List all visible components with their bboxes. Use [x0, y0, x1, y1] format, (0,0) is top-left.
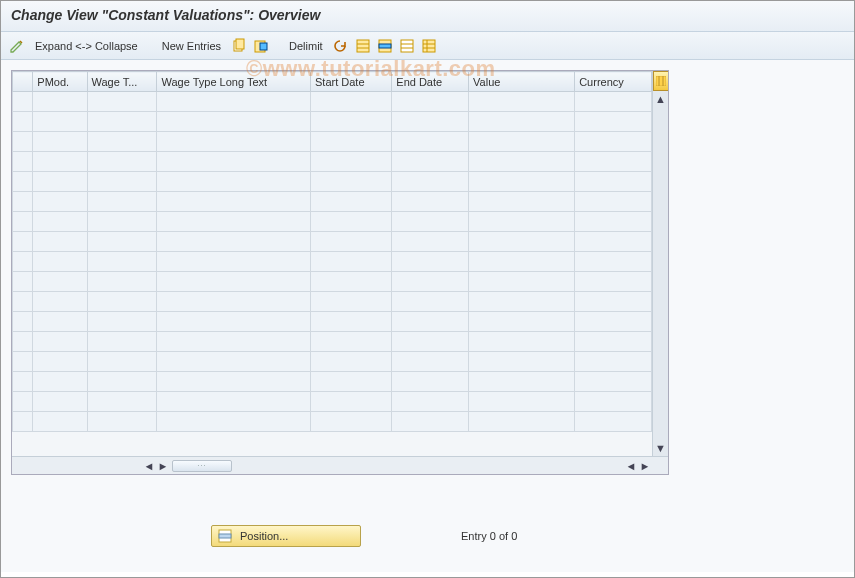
row-selector[interactable] — [13, 312, 33, 332]
cell[interactable] — [157, 112, 311, 132]
cell[interactable] — [33, 92, 87, 112]
vertical-scrollbar[interactable]: ▲ ▼ — [652, 71, 668, 456]
cell[interactable] — [87, 132, 157, 152]
table-row[interactable] — [13, 152, 652, 172]
row-selector[interactable] — [13, 332, 33, 352]
cell[interactable] — [392, 372, 469, 392]
cell[interactable] — [469, 212, 575, 232]
cell[interactable] — [469, 192, 575, 212]
cell[interactable] — [392, 172, 469, 192]
cell[interactable] — [33, 132, 87, 152]
cell[interactable] — [575, 392, 652, 412]
cell[interactable] — [33, 372, 87, 392]
cell[interactable] — [469, 372, 575, 392]
col-header-startdate[interactable]: Start Date — [311, 72, 392, 92]
col-header-currency[interactable]: Currency — [575, 72, 652, 92]
cell[interactable] — [33, 232, 87, 252]
cell[interactable] — [33, 312, 87, 332]
horizontal-scrollbar[interactable]: ◄ ► ··· ◄ ► — [12, 456, 668, 474]
cell[interactable] — [392, 252, 469, 272]
col-header-waget[interactable]: Wage T... — [87, 72, 157, 92]
cell[interactable] — [157, 272, 311, 292]
cell[interactable] — [392, 112, 469, 132]
select-all-icon[interactable] — [355, 38, 371, 54]
cell[interactable] — [311, 312, 392, 332]
cell[interactable] — [469, 132, 575, 152]
cell[interactable] — [87, 192, 157, 212]
cell[interactable] — [392, 192, 469, 212]
scroll-left-icon[interactable]: ◄ — [142, 459, 156, 473]
cell[interactable] — [33, 392, 87, 412]
cell[interactable] — [157, 212, 311, 232]
row-selector[interactable] — [13, 392, 33, 412]
scroll-thumb-horizontal[interactable]: ··· — [172, 460, 232, 472]
row-selector[interactable] — [13, 372, 33, 392]
undo-change-icon[interactable] — [333, 38, 349, 54]
scroll-right-icon[interactable]: ► — [156, 459, 170, 473]
cell[interactable] — [392, 212, 469, 232]
cell[interactable] — [33, 332, 87, 352]
cell[interactable] — [157, 352, 311, 372]
cell[interactable] — [469, 232, 575, 252]
cell[interactable] — [157, 392, 311, 412]
cell[interactable] — [575, 372, 652, 392]
cell[interactable] — [392, 272, 469, 292]
cell[interactable] — [575, 212, 652, 232]
table-row[interactable] — [13, 272, 652, 292]
scroll-up-icon[interactable]: ▲ — [653, 91, 669, 107]
cell[interactable] — [311, 112, 392, 132]
expand-collapse-button[interactable]: Expand <-> Collapse — [31, 40, 142, 52]
col-header-pmod[interactable]: PMod. — [33, 72, 87, 92]
data-table[interactable]: PMod. Wage T... Wage Type Long Text Star… — [12, 71, 652, 432]
cell[interactable] — [469, 252, 575, 272]
row-selector[interactable] — [13, 112, 33, 132]
cell[interactable] — [157, 312, 311, 332]
table-row[interactable] — [13, 232, 652, 252]
configure-columns-icon[interactable] — [653, 71, 669, 91]
cell[interactable] — [469, 312, 575, 332]
row-selector[interactable] — [13, 232, 33, 252]
cell[interactable] — [575, 332, 652, 352]
cell[interactable] — [33, 352, 87, 372]
cell[interactable] — [469, 152, 575, 172]
table-row[interactable] — [13, 352, 652, 372]
cell[interactable] — [311, 92, 392, 112]
cell[interactable] — [157, 132, 311, 152]
cell[interactable] — [157, 252, 311, 272]
cell[interactable] — [575, 152, 652, 172]
cell[interactable] — [392, 352, 469, 372]
row-selector[interactable] — [13, 292, 33, 312]
cell[interactable] — [157, 152, 311, 172]
cell[interactable] — [392, 232, 469, 252]
cell[interactable] — [87, 232, 157, 252]
cell[interactable] — [157, 372, 311, 392]
cell[interactable] — [311, 372, 392, 392]
cell[interactable] — [311, 332, 392, 352]
table-row[interactable] — [13, 372, 652, 392]
row-selector[interactable] — [13, 192, 33, 212]
cell[interactable] — [87, 112, 157, 132]
cell[interactable] — [469, 292, 575, 312]
row-selector[interactable] — [13, 132, 33, 152]
cell[interactable] — [575, 192, 652, 212]
cell[interactable] — [87, 92, 157, 112]
cell[interactable] — [87, 292, 157, 312]
table-row[interactable] — [13, 332, 652, 352]
print-icon[interactable] — [421, 38, 437, 54]
table-row[interactable] — [13, 412, 652, 432]
cell[interactable] — [311, 272, 392, 292]
cell[interactable] — [157, 332, 311, 352]
cell[interactable] — [392, 412, 469, 432]
cell[interactable] — [311, 132, 392, 152]
cell[interactable] — [33, 112, 87, 132]
cell[interactable] — [33, 212, 87, 232]
cell[interactable] — [311, 152, 392, 172]
cell[interactable] — [33, 152, 87, 172]
cell[interactable] — [575, 272, 652, 292]
cell[interactable] — [469, 172, 575, 192]
col-header-value[interactable]: Value — [469, 72, 575, 92]
cell[interactable] — [469, 92, 575, 112]
cell[interactable] — [157, 232, 311, 252]
delete-icon[interactable] — [253, 38, 269, 54]
row-selector[interactable] — [13, 92, 33, 112]
